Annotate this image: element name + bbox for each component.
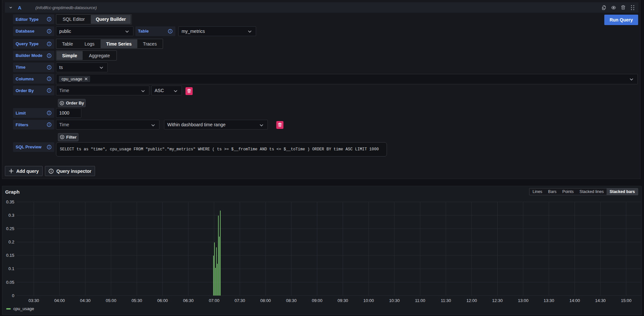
svg-text:06:30: 06:30 bbox=[183, 298, 194, 303]
svg-text:0.1: 0.1 bbox=[8, 266, 14, 271]
svg-text:15:00: 15:00 bbox=[621, 298, 632, 303]
svg-text:14:00: 14:00 bbox=[569, 298, 580, 303]
svg-text:05:00: 05:00 bbox=[106, 298, 116, 303]
svg-text:11:30: 11:30 bbox=[441, 298, 451, 303]
svg-text:0.15: 0.15 bbox=[6, 253, 14, 258]
svg-text:0.2: 0.2 bbox=[8, 240, 14, 244]
svg-text:12:30: 12:30 bbox=[492, 298, 503, 303]
svg-text:06:00: 06:00 bbox=[157, 298, 168, 303]
svg-text:13:30: 13:30 bbox=[544, 298, 555, 303]
svg-text:13:00: 13:00 bbox=[518, 298, 528, 303]
svg-text:08:00: 08:00 bbox=[260, 298, 271, 303]
svg-text:07:30: 07:30 bbox=[235, 298, 245, 303]
svg-text:04:30: 04:30 bbox=[80, 298, 91, 303]
svg-text:12:00: 12:00 bbox=[466, 298, 477, 303]
svg-text:11:00: 11:00 bbox=[415, 298, 425, 303]
svg-text:10:30: 10:30 bbox=[389, 298, 400, 303]
svg-text:05:30: 05:30 bbox=[131, 298, 142, 303]
svg-text:03:30: 03:30 bbox=[29, 298, 39, 303]
svg-text:10:00: 10:00 bbox=[363, 298, 374, 303]
svg-text:0.05: 0.05 bbox=[6, 280, 14, 285]
svg-text:0.35: 0.35 bbox=[6, 199, 14, 204]
svg-text:0: 0 bbox=[12, 293, 14, 298]
svg-text:09:30: 09:30 bbox=[337, 298, 348, 303]
svg-text:14:30: 14:30 bbox=[595, 298, 606, 303]
svg-text:0.3: 0.3 bbox=[8, 213, 14, 218]
svg-text:07:00: 07:00 bbox=[209, 298, 220, 303]
svg-text:09:00: 09:00 bbox=[312, 298, 322, 303]
svg-text:0.25: 0.25 bbox=[6, 226, 14, 231]
svg-text:08:30: 08:30 bbox=[286, 298, 297, 303]
svg-text:04:00: 04:00 bbox=[54, 298, 65, 303]
